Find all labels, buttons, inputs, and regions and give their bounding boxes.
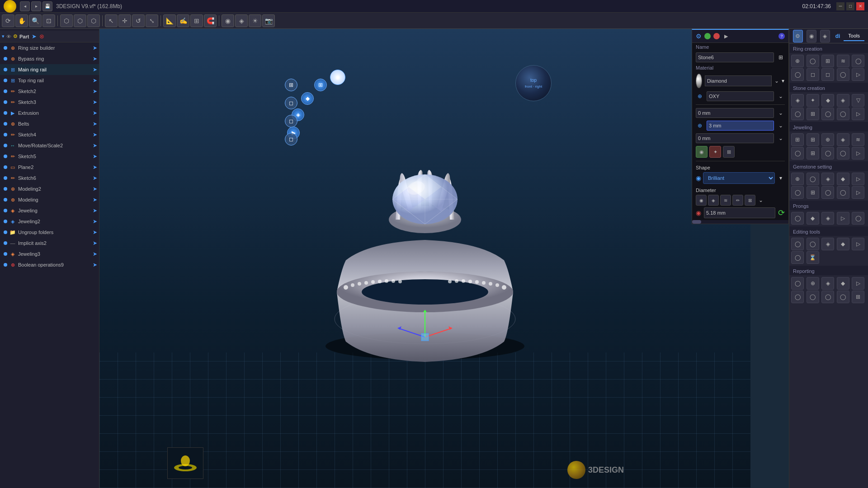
diam-icon-1[interactable]: ◉ xyxy=(696,195,707,206)
move-button[interactable]: ✛ xyxy=(118,14,131,27)
gem-btn-1[interactable]: ⊕ xyxy=(791,173,804,185)
stone-btn-3[interactable]: ◆ xyxy=(821,94,834,107)
arc-btn-v4[interactable]: ◻ xyxy=(285,133,297,145)
stone-btn-2[interactable]: ✦ xyxy=(807,94,819,107)
action-btn-1[interactable]: ◉ xyxy=(696,146,708,158)
render-button[interactable]: ◉ xyxy=(222,14,234,27)
stone-btn-10[interactable]: ▷ xyxy=(852,108,864,120)
zoom-button[interactable]: 🔍 xyxy=(29,14,42,27)
main-viewport[interactable]: ◉ ⊞ ◆ ◈ ▶ ⊞ ◻ ◻ ◻ top front · right xyxy=(99,29,750,488)
tree-item-sketch4[interactable]: ✏ Sketch4 ➤ xyxy=(0,129,99,140)
material-add-icon[interactable]: ▾ xyxy=(782,77,785,85)
measure-button[interactable]: 📐 xyxy=(163,14,176,27)
gem-btn-9[interactable]: ◯ xyxy=(837,186,849,199)
report-btn-10[interactable]: ⊞ xyxy=(852,291,864,303)
tree-item-jeweling3[interactable]: ◈ Jeweling3 ➤ xyxy=(0,249,99,259)
save-icon[interactable]: 💾 xyxy=(42,1,52,11)
rotate-button[interactable]: ↺ xyxy=(132,14,145,27)
report-btn-9[interactable]: ◯ xyxy=(837,291,849,303)
ring-btn-2[interactable]: ◯ xyxy=(807,55,819,67)
prong-btn-3[interactable]: ◈ xyxy=(821,212,834,225)
edit-btn-1[interactable]: ◯ xyxy=(791,238,804,250)
plane-input[interactable] xyxy=(707,91,774,101)
tree-item-sketch2[interactable]: ✏ Sketch2 ➤ xyxy=(0,86,99,97)
ring-btn-1[interactable]: ⊕ xyxy=(791,55,804,67)
target-icon[interactable]: ⊕ xyxy=(696,122,704,130)
ring-btn-5[interactable]: ◯ xyxy=(852,55,864,67)
gem-btn-10[interactable]: ▷ xyxy=(852,186,864,199)
name-input[interactable] xyxy=(696,52,774,62)
gem-btn-7[interactable]: ⊞ xyxy=(807,186,819,199)
edit-btn-7[interactable]: ⌛ xyxy=(807,251,819,264)
props-scroll-thumb[interactable] xyxy=(692,220,701,224)
tools-gem-btn[interactable]: ◈ xyxy=(820,30,830,42)
material-input[interactable] xyxy=(705,75,772,86)
tree-item-sketch5[interactable]: ✏ Sketch5 ➤ xyxy=(0,151,99,162)
navigation-widget[interactable]: top front · right xyxy=(515,65,556,106)
arc-btn-v1[interactable]: ⊞ xyxy=(285,79,297,91)
edit-btn-6[interactable]: ◯ xyxy=(791,251,804,264)
light-button[interactable]: ☀ xyxy=(249,14,261,27)
prong-btn-2[interactable]: ◆ xyxy=(807,212,819,225)
shape-dropdown-arrow[interactable]: ▾ xyxy=(777,174,785,182)
tree-item-ring-size-builder[interactable]: ⊕ Ring size builder ➤ xyxy=(0,42,99,53)
diam-icon-2[interactable]: ◈ xyxy=(708,195,719,206)
shape-select[interactable]: Brilliant Round Princess Oval Emerald xyxy=(703,172,775,184)
report-btn-3[interactable]: ◈ xyxy=(821,277,834,290)
stone-btn-1[interactable]: ◈ xyxy=(791,94,804,107)
tree-item-ungroup-folders[interactable]: 📁 Ungroup folders ➤ xyxy=(0,227,99,238)
report-btn-8[interactable]: ◯ xyxy=(821,291,834,303)
select-button[interactable]: ↖ xyxy=(105,14,118,27)
maximize-button[interactable]: □ xyxy=(846,2,854,10)
orbit-button[interactable]: ⟳ xyxy=(2,14,14,27)
fit-button[interactable]: ⊡ xyxy=(42,14,55,27)
tree-item-jeweling2[interactable]: ◈ Jeweling2 ➤ xyxy=(0,216,99,227)
diam-icon-5[interactable]: ⊠ xyxy=(745,195,755,206)
ring-btn-9[interactable]: ◯ xyxy=(837,68,849,81)
gem-btn-8[interactable]: ◯ xyxy=(821,186,834,199)
jeweling-btn-4[interactable]: ◈ xyxy=(837,133,849,146)
field1-input[interactable] xyxy=(696,108,774,118)
tree-item-boolean-operations9[interactable]: ⊕ Boolean operations9 ➤ xyxy=(0,259,99,270)
tree-item-sketch6[interactable]: ✏ Sketch6 ➤ xyxy=(0,173,99,183)
tree-item-implicit-axis2[interactable]: — Implicit axis2 ➤ xyxy=(0,238,99,249)
tree-item-modeling[interactable]: ⊕ Modeling ➤ xyxy=(0,194,99,205)
gem-btn-2[interactable]: ◯ xyxy=(807,173,819,185)
jeweling-btn-7[interactable]: ⊞ xyxy=(807,147,819,160)
field1-icon[interactable]: ⌄ xyxy=(777,109,785,117)
tree-item-main-ring-rail[interactable]: ⊞ Main ring rail ➤ xyxy=(0,64,99,75)
tree-item-bypass-ring[interactable]: ⊕ Bypass ring ➤ xyxy=(0,53,99,64)
back-button[interactable]: ◂ xyxy=(20,1,30,11)
field3-icon[interactable]: ⌄ xyxy=(777,134,785,142)
jeweling-btn-1[interactable]: ⊞ xyxy=(791,133,804,146)
orthographic-button[interactable]: ⬡ xyxy=(74,14,86,27)
edit-btn-3[interactable]: ◈ xyxy=(821,238,834,250)
report-btn-6[interactable]: ◯ xyxy=(791,291,804,303)
ring-btn-10[interactable]: ▷ xyxy=(852,68,864,81)
report-btn-1[interactable]: ◯ xyxy=(791,277,804,290)
grid-button[interactable]: ⊞ xyxy=(190,14,203,27)
tree-item-jeweling[interactable]: ◈ Jeweling ➤ xyxy=(0,205,99,216)
material-button[interactable]: ◈ xyxy=(235,14,248,27)
gem-btn-4[interactable]: ◆ xyxy=(837,173,849,185)
diam-expand-icon[interactable]: ⌄ xyxy=(757,196,765,204)
camera-button[interactable]: 📷 xyxy=(262,14,275,27)
tree-item-plane2[interactable]: ▭ Plane2 ➤ xyxy=(0,162,99,173)
gem-btn-3[interactable]: ◈ xyxy=(821,173,834,185)
diam-icon-3[interactable]: ≋ xyxy=(720,195,731,206)
gem-btn-6[interactable]: ◯ xyxy=(791,186,804,199)
annotate-button[interactable]: ✍ xyxy=(177,14,189,27)
field2-input[interactable] xyxy=(707,121,774,131)
edit-btn-2[interactable]: ◯ xyxy=(807,238,819,250)
arc-btn-2[interactable]: ◆ xyxy=(301,92,314,105)
jeweling-btn-3[interactable]: ⊕ xyxy=(821,133,834,146)
stone-btn-5[interactable]: ▽ xyxy=(852,94,864,107)
diam-icon-4[interactable]: ✏ xyxy=(732,195,743,206)
wireframe-button[interactable]: ⬡ xyxy=(87,14,100,27)
field2-icon[interactable]: ⌄ xyxy=(777,122,785,130)
jeweling-btn-8[interactable]: ◯ xyxy=(821,147,834,160)
props-close-button[interactable] xyxy=(713,33,720,39)
close-button[interactable]: ✕ xyxy=(856,2,864,10)
stone-btn-4[interactable]: ◈ xyxy=(837,94,849,107)
pan-button[interactable]: ✋ xyxy=(15,14,28,27)
